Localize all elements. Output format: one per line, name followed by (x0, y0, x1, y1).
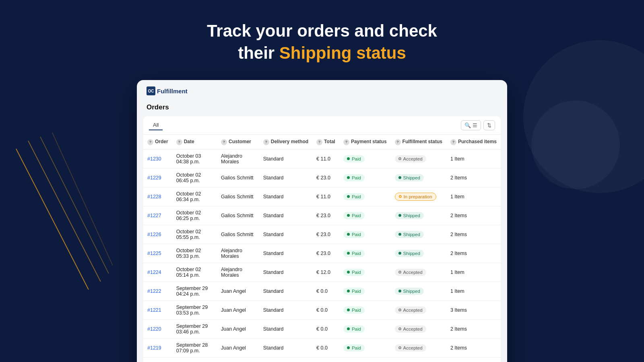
payment-badge-dot (347, 290, 350, 292)
order-link[interactable]: #1229 (147, 175, 161, 181)
cell-date: September 28 07:09 p.m. (172, 338, 217, 357)
filter-icon: ☰ (473, 122, 477, 128)
heading-line2-plain: their (238, 43, 279, 62)
payment-badge: Paid (343, 250, 365, 257)
cell-customer: Juan Angel (217, 282, 259, 300)
brand-section: OC Fulfillment (147, 86, 497, 95)
cell-fulfillment-status: Accepted (391, 319, 446, 338)
cell-date: September 29 03:53 p.m. (172, 300, 217, 319)
payment-badge: Paid (343, 212, 365, 219)
cell-payment-status: Paid (339, 244, 391, 263)
cell-order[interactable]: #1226 (143, 225, 172, 244)
card-header: OC Fulfillment Orders (137, 80, 507, 116)
cell-payment-status: Paid (339, 187, 391, 206)
table-header-row: ?Order ?Date ?Customer ?Delivery method … (143, 135, 501, 149)
cell-purchased-items: 3 Items (446, 300, 501, 319)
cell-purchased-items: 2 Items (446, 225, 501, 244)
cell-total: € 11.0 (312, 149, 339, 168)
payment-badge: Paid (343, 155, 365, 162)
card-container: OC Fulfillment Orders All 🔍 ☰ ⇅ (0, 80, 644, 362)
order-link[interactable]: #1225 (147, 251, 161, 256)
cell-purchased-items: 2 Items (446, 357, 501, 362)
fulfillment-badge: Shipped (395, 288, 424, 295)
col-order: ?Order (143, 135, 172, 149)
cell-order[interactable]: #1222 (143, 282, 172, 300)
table-row: #1230October 03 04:38 p.m.Alejandro Mora… (143, 149, 501, 168)
fulfillment-badge-dot (398, 214, 401, 217)
payment-badge-dot (347, 233, 350, 236)
cell-fulfillment-status: Accepted (391, 263, 446, 282)
brand-logo: OC Fulfillment (147, 86, 188, 95)
fulfillment-badge-dot (398, 176, 401, 179)
fulfillment-badge-dot (398, 346, 401, 349)
order-link[interactable]: #1219 (147, 345, 161, 351)
cell-total: € 23.0 (312, 168, 339, 187)
cell-order[interactable]: #1224 (143, 263, 172, 282)
order-link[interactable]: #1222 (147, 288, 161, 294)
fulfillment-badge-dot (398, 271, 401, 274)
cell-date: September 29 04:24 p.m. (172, 282, 217, 300)
cell-order[interactable]: #1230 (143, 149, 172, 168)
fulfillment-badge: Shipped (395, 174, 424, 181)
search-icon: 🔍 (464, 122, 471, 128)
cell-fulfillment-status: Accepted (391, 300, 446, 319)
order-link[interactable]: #1228 (147, 194, 161, 200)
col-total: ?Total (312, 135, 339, 149)
fulfillment-badge: Accepted (395, 306, 426, 314)
cell-delivery: Standard (259, 206, 312, 225)
cell-order[interactable]: #1221 (143, 300, 172, 319)
cell-fulfillment-status: Shipped (391, 244, 446, 263)
cell-fulfillment-status: Accepted (391, 149, 446, 168)
cell-order[interactable]: #1228 (143, 187, 172, 206)
cell-order[interactable]: #1220 (143, 319, 172, 338)
fulfillment-badge: Accepted (395, 344, 426, 352)
order-link[interactable]: #1227 (147, 213, 161, 218)
fulfillment-badge-dot (398, 327, 401, 330)
order-link[interactable]: #1224 (147, 269, 161, 275)
tab-all[interactable]: All (149, 120, 163, 130)
cell-delivery: Standard (259, 187, 312, 206)
cell-total: € 0.0 (312, 357, 339, 362)
cell-order[interactable]: #1225 (143, 244, 172, 263)
cell-order[interactable]: #1229 (143, 168, 172, 187)
order-link[interactable]: #1220 (147, 326, 161, 332)
col-delivery: ?Delivery method (259, 135, 312, 149)
cell-total: € 0.0 (312, 338, 339, 357)
sort-button[interactable]: ⇅ (483, 120, 495, 130)
fulfillment-badge: Accepted (395, 325, 426, 333)
order-link[interactable]: #1226 (147, 232, 161, 237)
order-link[interactable]: #1221 (147, 307, 161, 313)
cell-customer: Juan Angel (217, 300, 259, 319)
cell-customer: Galios Schmitt (217, 206, 259, 225)
payment-badge-dot (347, 195, 350, 198)
cell-delivery: Standard (259, 300, 312, 319)
col-fulfillment: ?Fulfillment status (391, 135, 446, 149)
cell-purchased-items: 1 Item (446, 149, 501, 168)
fulfillment-badge: Accepted (395, 155, 426, 162)
orders-table-wrapper: ?Order ?Date ?Customer ?Delivery method … (143, 135, 501, 362)
payment-badge-dot (347, 309, 350, 311)
cell-order[interactable]: #1219 (143, 338, 172, 357)
table-row: #1218September 28 03:52 p.m.Juan AngelSt… (143, 357, 501, 362)
cell-delivery: Standard (259, 319, 312, 338)
cell-payment-status: Paid (339, 225, 391, 244)
cell-total: € 12.0 (312, 263, 339, 282)
cell-delivery: Standard (259, 357, 312, 362)
cell-delivery: Standard (259, 244, 312, 263)
cell-purchased-items: 2 Items (446, 338, 501, 357)
cell-date: October 02 06:25 p.m. (172, 206, 217, 225)
cell-purchased-items: 1 Item (446, 187, 501, 206)
cell-total: € 23.0 (312, 225, 339, 244)
search-filter-button[interactable]: 🔍 ☰ (461, 120, 481, 130)
col-date: ?Date (172, 135, 217, 149)
cell-customer: Alejandro Morales (217, 244, 259, 263)
cell-total: € 23.0 (312, 244, 339, 263)
fulfillment-badge: Accepted (395, 269, 426, 276)
order-link[interactable]: #1230 (147, 156, 161, 162)
payment-badge-dot (347, 252, 350, 255)
cell-delivery: Standard (259, 263, 312, 282)
col-items: ?Purchased items (446, 135, 501, 149)
cell-purchased-items: 2 Items (446, 206, 501, 225)
cell-order[interactable]: #1218 (143, 357, 172, 362)
cell-order[interactable]: #1227 (143, 206, 172, 225)
